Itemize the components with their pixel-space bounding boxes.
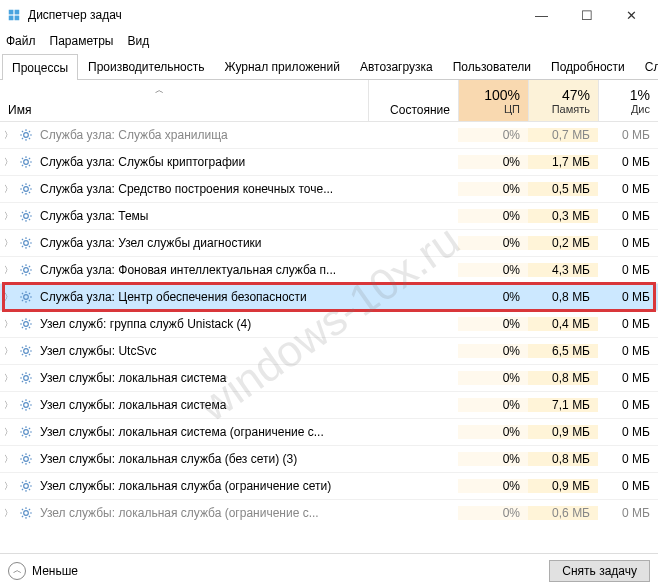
chevron-up-icon: ︿ [8,562,26,580]
svg-line-93 [29,374,30,375]
cell-cpu: 0% [458,398,528,412]
table-row[interactable]: 〉Служба узла: Средство построения конечн… [0,176,658,203]
menu-file[interactable]: Файл [6,34,36,48]
table-row[interactable]: 〉Служба узла: Служба хранилища0%0,7 МБ0 … [0,122,658,149]
expand-chevron-icon[interactable]: 〉 [0,156,16,169]
svg-line-84 [29,347,30,348]
expand-chevron-icon[interactable]: 〉 [0,183,16,196]
tab-details[interactable]: Подробности [541,53,635,79]
svg-line-111 [29,428,30,429]
column-name-label: Имя [8,103,31,117]
cell-cpu: 0% [458,263,528,277]
svg-line-48 [29,239,30,240]
svg-line-27 [22,185,23,186]
expand-chevron-icon[interactable]: 〉 [0,210,16,223]
cell-disk: 0 МБ [598,263,658,277]
cell-memory: 7,1 МБ [528,398,598,412]
svg-rect-3 [15,16,20,21]
table-row[interactable]: 〉Узел служб: группа служб Unistack (4)0%… [0,311,658,338]
svg-line-126 [22,482,23,483]
svg-line-109 [29,435,30,436]
svg-point-40 [24,241,29,246]
expand-chevron-icon[interactable]: 〉 [0,291,16,304]
cell-memory: 0,5 МБ [528,182,598,196]
tab-performance[interactable]: Производительность [78,53,214,79]
column-cpu[interactable]: 100% ЦП [458,80,528,121]
table-row[interactable]: 〉Служба узла: Темы0%0,3 МБ0 МБ [0,203,658,230]
end-task-button[interactable]: Снять задачу [549,560,650,582]
svg-line-56 [22,273,23,274]
table-row[interactable]: 〉Служба узла: Фоновая интеллектуальная с… [0,257,658,284]
table-row[interactable]: 〉Служба узла: Узел службы диагностики0%0… [0,230,658,257]
expand-chevron-icon[interactable]: 〉 [0,129,16,142]
svg-line-54 [22,266,23,267]
minimize-button[interactable]: — [519,0,564,30]
process-name: Служба узла: Фоновая интеллектуальная сл… [40,263,368,277]
table-row[interactable]: 〉Узел службы: локальная служба (ограниче… [0,500,658,522]
menu-view[interactable]: Вид [127,34,149,48]
svg-line-72 [22,320,23,321]
expand-chevron-icon[interactable]: 〉 [0,237,16,250]
expand-chevron-icon[interactable]: 〉 [0,399,16,412]
expand-chevron-icon[interactable]: 〉 [0,345,16,358]
svg-point-31 [24,214,29,219]
svg-line-119 [22,462,23,463]
svg-point-49 [24,268,29,273]
process-name: Узел службы: локальная служба (ограничен… [40,479,368,493]
expand-chevron-icon[interactable]: 〉 [0,453,16,466]
svg-rect-1 [15,10,20,15]
svg-line-29 [22,192,23,193]
expand-chevron-icon[interactable]: 〉 [0,507,16,520]
expand-chevron-icon[interactable]: 〉 [0,264,16,277]
menu-bar: Файл Параметры Вид [0,30,658,52]
tab-services[interactable]: Службы [635,53,658,79]
table-row[interactable]: 〉Узел службы: локальная служба (ограниче… [0,473,658,500]
gear-icon [18,451,34,467]
expand-chevron-icon[interactable]: 〉 [0,426,16,439]
tab-startup[interactable]: Автозагрузка [350,53,443,79]
column-disk[interactable]: 1% Дис [598,80,658,121]
maximize-button[interactable]: ☐ [564,0,609,30]
cell-memory: 0,9 МБ [528,479,598,493]
table-row[interactable]: 〉Узел службы: UtcSvc0%6,5 МБ0 МБ [0,338,658,365]
cell-disk: 0 МБ [598,371,658,385]
cpu-percent: 100% [484,87,520,103]
process-name: Узел служб: группа служб Unistack (4) [40,317,368,331]
process-name: Узел службы: локальная система [40,398,368,412]
svg-point-58 [24,295,29,300]
table-row[interactable]: 〉Узел службы: локальная система0%7,1 МБ0… [0,392,658,419]
cell-memory: 0,8 МБ [528,371,598,385]
svg-point-94 [24,403,29,408]
expand-chevron-icon[interactable]: 〉 [0,318,16,331]
cell-disk: 0 МБ [598,398,658,412]
table-row[interactable]: 〉Узел службы: локальная система (огранич… [0,419,658,446]
table-row[interactable]: 〉Служба узла: Центр обеспечения безопасн… [0,284,658,311]
expand-chevron-icon[interactable]: 〉 [0,372,16,385]
tab-users[interactable]: Пользователи [443,53,541,79]
menu-options[interactable]: Параметры [50,34,114,48]
tab-processes[interactable]: Процессы [2,54,78,80]
cell-memory: 4,3 МБ [528,263,598,277]
tab-app-history[interactable]: Журнал приложений [215,53,350,79]
process-list[interactable]: 〉Служба узла: Служба хранилища0%0,7 МБ0 … [0,122,658,522]
column-name[interactable]: ︿ Имя [0,80,368,121]
column-status[interactable]: Состояние [368,80,458,121]
close-button[interactable]: ✕ [609,0,654,30]
table-row[interactable]: 〉Узел службы: локальная служба (без сети… [0,446,658,473]
svg-line-138 [29,509,30,510]
cell-cpu: 0% [458,452,528,466]
process-name: Служба узла: Средство построения конечны… [40,182,368,196]
window-controls: — ☐ ✕ [519,0,654,30]
svg-line-120 [29,455,30,456]
fewer-details-button[interactable]: ︿ Меньше [8,562,78,580]
cell-cpu: 0% [458,128,528,142]
table-row[interactable]: 〉Узел службы: локальная система0%0,8 МБ0… [0,365,658,392]
cell-memory: 0,8 МБ [528,290,598,304]
table-row[interactable]: 〉Служба узла: Службы криптографии0%1,7 М… [0,149,658,176]
svg-line-101 [22,408,23,409]
gear-icon [18,262,34,278]
column-memory[interactable]: 47% Память [528,80,598,121]
svg-line-55 [29,273,30,274]
expand-chevron-icon[interactable]: 〉 [0,480,16,493]
footer-bar: ︿ Меньше Снять задачу [0,553,658,587]
